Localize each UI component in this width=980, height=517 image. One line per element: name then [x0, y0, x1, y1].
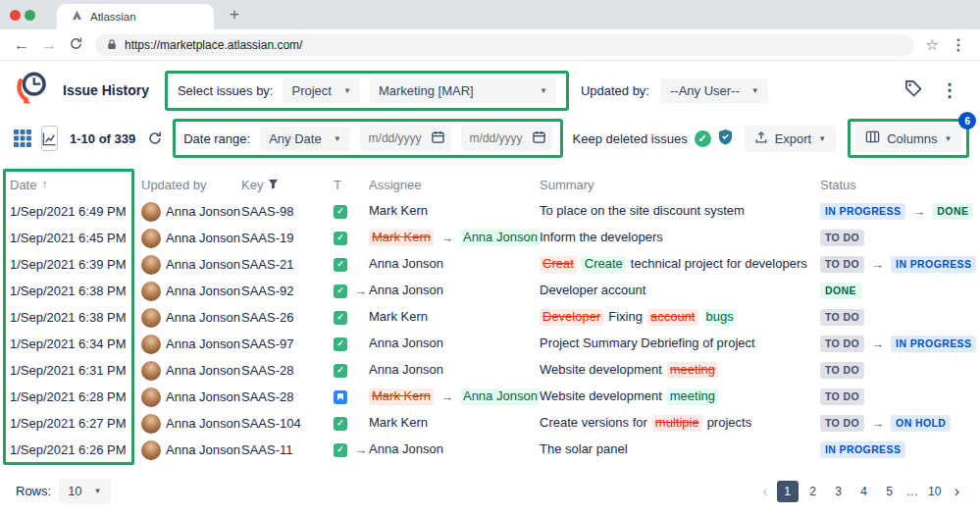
status-badge: TO DO: [820, 415, 864, 432]
column-header-date[interactable]: Date ↑: [10, 178, 141, 192]
rows-label: Rows:: [16, 484, 51, 498]
assignee-segment: Mark Kern: [369, 230, 434, 246]
cell-status: TO DO→IN PROGRESS: [820, 336, 980, 352]
status-badge: DONE: [932, 203, 973, 220]
calendar-icon[interactable]: [533, 129, 545, 147]
select-issues-by-label: Select issues by:: [178, 83, 274, 98]
rows-per-page-value: 10: [68, 484, 81, 498]
updated-by-name: Anna Jonson: [166, 204, 240, 219]
check-glyph: ✓: [336, 313, 344, 322]
change-arrow-icon: →: [354, 284, 367, 298]
check-glyph: ✓: [336, 207, 344, 216]
cell-summary: Project Summary Debriefing of project: [540, 336, 820, 352]
table-row[interactable]: 1/Sep/2021 6:28 PMAnna JonsonSAAS-28Mark…: [0, 384, 980, 410]
table-row[interactable]: 1/Sep/2021 6:31 PMAnna JonsonSAAS-28✓Ann…: [0, 357, 980, 384]
cell-updated-by: Anna Jonson: [141, 335, 241, 354]
url-text: https://marketplace.atlassian.com/: [125, 38, 302, 52]
tab-title: Atlassian: [90, 11, 136, 23]
table-row[interactable]: 1/Sep/2021 6:39 PMAnna JonsonSAAS-21✓Ann…: [0, 251, 980, 278]
grid-view-icon[interactable]: [14, 126, 31, 151]
columns-button[interactable]: Columns ▼: [855, 125, 961, 152]
app-menu-icon[interactable]: ⋮: [941, 79, 958, 101]
updated-by-dropdown[interactable]: --Any User-- ▼: [661, 78, 768, 103]
toolbar: 1-10 of 339 Date range: Any Date ▼: [0, 116, 980, 163]
summary-segment: Creat: [540, 256, 577, 273]
page-button[interactable]: 1: [777, 481, 799, 502]
page-button[interactable]: 10: [924, 481, 946, 502]
cell-date: 1/Sep/2021 6:27 PM: [10, 416, 141, 431]
issue-history-app: Issue History Select issues by: Project …: [0, 61, 980, 517]
updated-by-name: Anna Jonson: [166, 336, 240, 351]
table-row[interactable]: 1/Sep/2021 6:45 PMAnna JonsonSAAS-19✓Mar…: [0, 225, 980, 251]
column-header-updated-by[interactable]: Updated by: [141, 178, 241, 192]
page-ellipsis: …: [904, 485, 920, 498]
browser-menu-icon[interactable]: ⋮: [951, 35, 966, 54]
date-to-input[interactable]: [468, 130, 527, 146]
summary-segment: Fixing: [608, 309, 643, 326]
change-arrow-icon: →: [440, 231, 453, 245]
address-bar[interactable]: https://marketplace.atlassian.com/: [95, 34, 914, 56]
assignee-segment: Anna Jonson: [369, 441, 443, 458]
page-button[interactable]: 4: [853, 481, 875, 502]
status-badge: IN PROGRESS: [820, 441, 905, 458]
project-dropdown[interactable]: Marketing [MAR] ▼: [370, 78, 556, 103]
cell-assignee: Anna Jonson: [369, 336, 540, 352]
table-row[interactable]: 1/Sep/2021 6:49 PMAnna JonsonSAAS-98✓Mar…: [0, 198, 980, 225]
cell-key: SAAS-11: [241, 442, 324, 457]
page-button[interactable]: 5: [879, 481, 901, 502]
column-header-type[interactable]: T: [324, 178, 369, 192]
column-header-summary[interactable]: Summary: [540, 178, 820, 192]
cell-type: ✓→: [324, 284, 369, 298]
table-row[interactable]: 1/Sep/2021 6:38 PMAnna JonsonSAAS-92✓→An…: [0, 278, 980, 304]
refresh-icon[interactable]: [147, 126, 163, 151]
column-header-assignee[interactable]: Assignee: [369, 178, 540, 192]
next-page-icon[interactable]: ›: [950, 483, 964, 500]
column-header-status[interactable]: Status: [820, 178, 980, 192]
avatar: [141, 361, 161, 381]
prev-page-icon[interactable]: ‹: [757, 483, 772, 500]
assignee-segment: Anna Jonson: [369, 256, 443, 273]
cell-status: TO DO→IN PROGRESS: [820, 256, 980, 273]
date-from-field[interactable]: [360, 126, 451, 151]
filter-icon[interactable]: [268, 178, 279, 192]
browser-window: Atlassian + ← → https://marketplace.atla…: [0, 0, 980, 517]
page-button[interactable]: 3: [828, 481, 850, 502]
table-row[interactable]: 1/Sep/2021 6:34 PMAnna JonsonSAAS-97✓Ann…: [0, 331, 980, 357]
export-icon: [754, 130, 768, 147]
cell-type: ✓: [324, 311, 369, 325]
export-button[interactable]: Export ▼: [745, 126, 837, 152]
tag-icon[interactable]: [903, 78, 923, 102]
status-badge: TO DO: [820, 336, 864, 352]
rows-per-page-control: Rows: 10 ▼: [16, 479, 111, 503]
reload-icon[interactable]: [69, 36, 83, 54]
browser-tab-strip: Atlassian +: [0, 0, 980, 29]
cell-assignee: Anna Jonson: [369, 362, 540, 379]
new-tab-button[interactable]: +: [224, 5, 245, 25]
date-from-input[interactable]: [367, 130, 426, 146]
assignee-segment: Mark Kern: [369, 309, 428, 326]
rows-per-page-dropdown[interactable]: 10 ▼: [59, 479, 110, 503]
cell-type: ✓: [324, 232, 369, 245]
status-badge: ON HOLD: [891, 415, 951, 432]
window-maximize-button[interactable]: [25, 10, 35, 21]
browser-tab[interactable]: Atlassian: [57, 4, 214, 29]
bookmark-star-icon[interactable]: ☆: [926, 36, 939, 54]
task-type-icon: ✓: [334, 417, 347, 431]
date-range-dropdown[interactable]: Any Date ▼: [260, 127, 349, 151]
date-to-field[interactable]: [461, 126, 552, 151]
table-row[interactable]: 1/Sep/2021 6:26 PMAnna JonsonSAAS-11✓→An…: [0, 437, 980, 463]
shield-icon[interactable]: [718, 129, 733, 149]
check-glyph: ✓: [336, 445, 344, 454]
table-row[interactable]: 1/Sep/2021 6:38 PMAnna JonsonSAAS-26✓Mar…: [0, 304, 980, 331]
calendar-icon[interactable]: [432, 129, 444, 147]
avatar: [141, 440, 161, 460]
chart-view-icon[interactable]: [41, 126, 58, 151]
page-button[interactable]: 2: [802, 481, 824, 502]
window-close-button[interactable]: [10, 10, 21, 21]
forward-icon[interactable]: →: [41, 37, 57, 53]
select-by-dropdown[interactable]: Project ▼: [283, 78, 359, 103]
check-circle-icon[interactable]: ✓: [695, 130, 711, 147]
column-header-key[interactable]: Key: [241, 178, 324, 192]
back-icon[interactable]: ←: [14, 37, 29, 53]
table-row[interactable]: 1/Sep/2021 6:27 PMAnna JonsonSAAS-104✓Ma…: [0, 410, 980, 437]
